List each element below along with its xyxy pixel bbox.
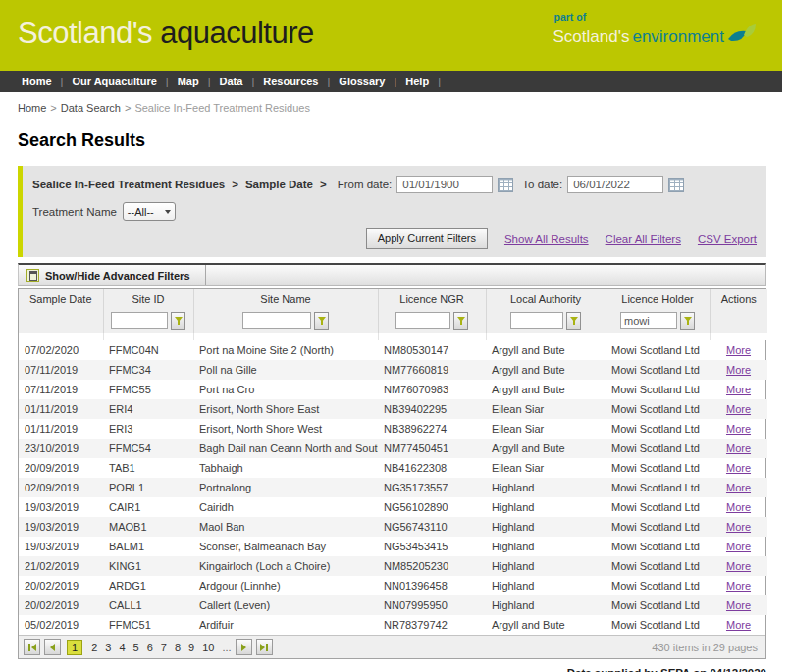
- more-link[interactable]: More: [726, 580, 751, 592]
- nav-item-our-aquaculture[interactable]: Our Aquaculture: [72, 76, 156, 87]
- page-button-3[interactable]: 3: [105, 642, 111, 653]
- apply-filters-button[interactable]: Apply Current Filters: [366, 228, 488, 249]
- cell: Mowi Scotland Ltd: [606, 595, 710, 615]
- cell: Kingairloch (Loch a Choire): [193, 556, 378, 576]
- scotlands-environment-link[interactable]: part of Scotland's environment: [553, 11, 757, 51]
- treatment-name-label: Treatment Name: [32, 206, 117, 218]
- first-page-button[interactable]: [24, 639, 40, 655]
- more-link[interactable]: More: [726, 403, 751, 415]
- licence-holder-filter-input[interactable]: [620, 312, 677, 329]
- column-header-local-authority: Local Authority: [486, 289, 606, 308]
- more-link[interactable]: More: [726, 541, 751, 552]
- cell: Argyll and Bute: [486, 615, 606, 635]
- actions-cell: More: [710, 360, 767, 380]
- prev-page-button[interactable]: [44, 639, 61, 655]
- page-button-9[interactable]: 9: [188, 642, 194, 653]
- more-link[interactable]: More: [726, 384, 751, 395]
- site-id-filter-input[interactable]: [111, 312, 168, 329]
- site-name-filter-input[interactable]: [242, 312, 311, 329]
- to-date-input[interactable]: [567, 176, 663, 193]
- more-link[interactable]: More: [726, 344, 751, 356]
- cell: Highland: [486, 537, 606, 556]
- calendar-icon[interactable]: [498, 178, 513, 192]
- page-button-4[interactable]: 4: [119, 642, 125, 653]
- nav-item-glossary[interactable]: Glossary: [339, 76, 385, 87]
- site-header: Scotland's aquaculture part of Scotland'…: [0, 0, 782, 71]
- page-button-1[interactable]: 1: [67, 640, 82, 655]
- breadcrumb-item-data-search[interactable]: Data Search: [61, 102, 121, 114]
- cell: Highland: [486, 576, 606, 595]
- page-button-10[interactable]: 10: [202, 642, 214, 653]
- table-row: 01/11/2019ERI3Erisort, North Shore WestN…: [19, 419, 767, 439]
- cell: Tabhaigh: [193, 458, 378, 478]
- nav-item-help[interactable]: Help: [405, 76, 429, 87]
- funnel-filter-icon[interactable]: [171, 312, 185, 330]
- logo-aquaculture: aquaculture: [160, 16, 314, 50]
- actions-filter-cell: [710, 308, 767, 333]
- nav-separator: |: [166, 76, 169, 87]
- table-row: 01/11/2019ERI4Erisort, North Shore EastN…: [19, 399, 767, 419]
- more-link[interactable]: More: [726, 482, 751, 493]
- treatment-select[interactable]: --All--: [123, 202, 176, 221]
- more-link[interactable]: More: [726, 619, 751, 631]
- more-link[interactable]: More: [726, 560, 751, 572]
- cell: KING1: [103, 556, 193, 576]
- page-button-6[interactable]: 6: [147, 642, 153, 653]
- more-link[interactable]: More: [726, 599, 751, 611]
- results-table-container: Sample Date Site ID Site Name Licence NG…: [18, 288, 766, 659]
- cell: Highland: [486, 497, 606, 517]
- funnel-filter-icon[interactable]: [314, 312, 329, 330]
- filter-link-show-all-results[interactable]: Show All Results: [504, 233, 589, 245]
- actions-cell: More: [710, 595, 767, 615]
- cell: TAB1: [103, 458, 193, 478]
- funnel-filter-icon[interactable]: [566, 312, 581, 330]
- cell: Erisort, North Shore East: [193, 399, 378, 419]
- spacer-row: [19, 333, 767, 340]
- filter-dataset-label: Sealice In-Feed Treatment Residues: [32, 179, 225, 190]
- breadcrumb-item-home[interactable]: Home: [18, 102, 46, 114]
- page-button-2[interactable]: 2: [91, 642, 97, 653]
- advanced-filters-toggle[interactable]: Show/Hide Advanced Filters: [19, 265, 206, 285]
- table-row: 20/09/2019TAB1TabhaighNB41622308Eilean S…: [19, 458, 767, 478]
- funnel-filter-icon[interactable]: [680, 312, 695, 330]
- filter-panel: Sealice In-Feed Treatment Residues > Sam…: [18, 166, 766, 257]
- last-page-button[interactable]: [256, 639, 273, 655]
- from-date-input[interactable]: [396, 176, 493, 193]
- cell: Cairidh: [193, 497, 378, 517]
- nav-item-home[interactable]: Home: [22, 76, 52, 87]
- cell: FFMC54: [103, 439, 193, 458]
- leaf-icon: [727, 23, 757, 51]
- more-link[interactable]: More: [726, 462, 751, 474]
- cell: Mowi Scotland Ltd: [606, 497, 710, 517]
- cell: 19/03/2019: [19, 537, 103, 556]
- table-header-row: Sample Date Site ID Site Name Licence NG…: [19, 289, 767, 308]
- page-button-8[interactable]: 8: [175, 642, 181, 653]
- filter-link-csv-export[interactable]: CSV Export: [698, 233, 757, 245]
- next-page-button[interactable]: [236, 639, 252, 655]
- nav-item-map[interactable]: Map: [178, 76, 199, 87]
- cell: Argyll and Bute: [486, 380, 606, 399]
- local-authority-filter-input[interactable]: [510, 312, 563, 329]
- more-link[interactable]: More: [726, 442, 751, 454]
- funnel-filter-icon[interactable]: [453, 312, 468, 330]
- cell: ERI3: [103, 419, 193, 439]
- page-button-5[interactable]: 5: [133, 642, 139, 653]
- cell: ERI4: [103, 399, 193, 419]
- more-link[interactable]: More: [726, 423, 751, 435]
- cell: Highland: [486, 556, 606, 576]
- more-link[interactable]: More: [726, 521, 751, 533]
- calendar-icon[interactable]: [668, 178, 684, 192]
- more-link[interactable]: More: [726, 501, 751, 513]
- filter-link-clear-all-filters[interactable]: Clear All Filters: [606, 233, 681, 245]
- nav-menu: Home|Our Aquaculture|Map|Data|Resources|…: [0, 71, 782, 92]
- licence-ngr-filter-input[interactable]: [395, 312, 450, 329]
- cell: Portnalong: [193, 478, 378, 497]
- column-header-sample-date: Sample Date: [19, 289, 103, 308]
- cell: 05/02/2019: [19, 615, 103, 635]
- page-button-7[interactable]: 7: [161, 642, 167, 653]
- cell: NN01396458: [378, 576, 486, 595]
- nav-item-resources[interactable]: Resources: [263, 76, 318, 87]
- more-link[interactable]: More: [726, 364, 751, 376]
- nav-item-data[interactable]: Data: [220, 76, 243, 87]
- advanced-filters-bar: Show/Hide Advanced Filters: [18, 263, 766, 286]
